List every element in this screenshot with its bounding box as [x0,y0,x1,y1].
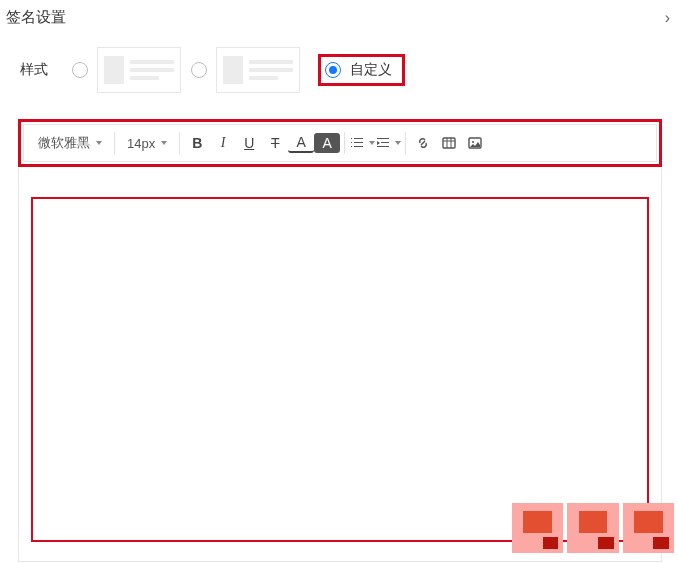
list-icon [349,135,365,151]
style-option-custom-highlight: 自定义 [318,54,405,86]
indent-button[interactable] [375,129,401,157]
template-preview-1 [97,47,181,93]
radio-icon [72,62,88,78]
editor-toolbar: 微软雅黑 14px B I U T A A [23,124,657,162]
style-option-template-2[interactable] [191,47,300,93]
image-button[interactable] [462,129,488,157]
chevron-down-icon [395,141,401,145]
link-button[interactable] [410,129,436,157]
table-button[interactable] [436,129,462,157]
link-icon [415,135,431,151]
editor-canvas[interactable] [31,197,649,542]
table-icon [441,135,457,151]
dialog-title: 签名设置 [6,8,66,27]
close-icon[interactable]: › [663,9,672,27]
background-color-button[interactable]: A [314,133,340,153]
font-color-button[interactable]: A [288,133,314,153]
svg-rect-0 [443,138,455,148]
font-size-value: 14px [127,136,155,151]
style-option-template-1[interactable] [72,47,181,93]
toolbar-highlight: 微软雅黑 14px B I U T A A [18,119,662,167]
italic-button[interactable]: I [210,129,236,157]
style-selection-row: 样式 自定义 [0,27,678,93]
font-size-dropdown[interactable]: 14px [119,129,175,157]
font-family-value: 微软雅黑 [38,134,90,152]
obscured-region [508,499,678,557]
svg-point-2 [472,141,474,143]
chevron-down-icon [161,141,167,145]
radio-icon-selected [325,62,341,78]
font-family-dropdown[interactable]: 微软雅黑 [30,129,110,157]
list-button[interactable] [349,129,375,157]
bold-button[interactable]: B [184,129,210,157]
radio-icon [191,62,207,78]
indent-icon [375,135,391,151]
underline-button[interactable]: U [236,129,262,157]
style-option-custom-label: 自定义 [350,61,392,79]
strikethrough-button[interactable]: T [262,129,288,157]
image-icon [467,135,483,151]
style-option-custom[interactable]: 自定义 [325,61,392,79]
template-preview-2 [216,47,300,93]
chevron-down-icon [96,141,102,145]
style-label: 样式 [20,61,48,79]
